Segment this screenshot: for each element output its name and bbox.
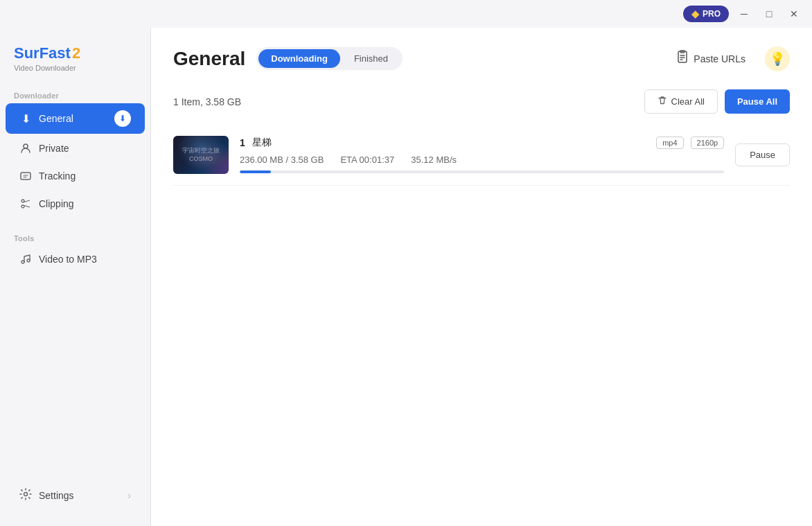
download-item: 宇宙时空之旅COSMO 1 星梯 mp4 2160p 236.00 MB / 3… [173, 125, 790, 186]
trash-icon [657, 96, 667, 107]
pro-badge: ◆ PRO [683, 6, 729, 22]
settings-item[interactable]: Settings › [6, 481, 145, 509]
tab-finished[interactable]: Finished [342, 49, 400, 68]
minimize-icon: ─ [741, 8, 748, 19]
sidebar-item-label: Clipping [39, 198, 74, 209]
tab-downloading[interactable]: Downloading [258, 49, 340, 68]
svg-point-6 [21, 261, 24, 263]
svg-point-8 [24, 493, 28, 496]
progress-fill [240, 170, 271, 173]
logo: SurFast 2 [14, 44, 136, 62]
sidebar-item-tracking[interactable]: Tracking [6, 163, 145, 189]
sidebar-item-general[interactable]: ⬇ General ⬇ [6, 103, 145, 134]
sidebar-item-video-to-mp3[interactable]: Video to MP3 [6, 246, 145, 272]
format-badge: mp4 [656, 137, 683, 149]
clipping-icon [19, 198, 32, 210]
logo-version: 2 [72, 44, 80, 62]
download-title-row: 1 星梯 mp4 2160p [240, 137, 724, 149]
sidebar-item-label: General [39, 113, 73, 124]
titlebar: ◆ PRO ─ □ ✕ [0, 0, 812, 28]
sidebar-item-clipping[interactable]: Clipping [6, 191, 145, 217]
tabs: Downloading Finished [256, 47, 403, 70]
main-content: General Downloading Finished [151, 28, 812, 526]
eta: ETA 00:01:37 [340, 155, 394, 165]
logo-area: SurFast 2 Video Downloader [0, 39, 150, 86]
sidebar-item-label: Tracking [39, 170, 76, 182]
header-right: Paste URLs 💡 [664, 44, 790, 73]
sidebar: SurFast 2 Video Downloader Downloader ⬇ … [0, 28, 151, 526]
sidebar-item-label: Private [39, 143, 69, 154]
download-icon: ⬇ [19, 112, 32, 125]
chevron-right-icon: › [127, 490, 131, 501]
svg-point-3 [21, 205, 24, 208]
sidebar-item-private[interactable]: Private [6, 135, 145, 161]
download-arrow-icon: ⬇ [114, 110, 131, 127]
pause-all-button[interactable]: Pause All [725, 89, 790, 114]
header-left: General Downloading Finished [173, 47, 403, 70]
paste-urls-label: Paste URLs [694, 53, 745, 64]
maximize-icon: □ [766, 8, 772, 19]
action-buttons: Clear All Pause All [644, 89, 790, 114]
maximize-button[interactable]: □ [759, 4, 779, 24]
app-body: SurFast 2 Video Downloader Downloader ⬇ … [0, 28, 812, 526]
person-icon [19, 142, 32, 155]
progress-bar [240, 170, 724, 173]
close-icon: ✕ [790, 8, 798, 19]
paste-urls-button[interactable]: Paste URLs [664, 44, 757, 73]
logo-subtitle: Video Downloader [14, 64, 136, 72]
svg-rect-1 [21, 173, 30, 179]
download-speed: 35.12 MB/s [411, 155, 457, 165]
sidebar-bottom: Settings › [0, 475, 150, 515]
page-title: General [173, 48, 245, 70]
music-icon [19, 253, 32, 265]
info-bar: 1 Item, 3.58 GB Clear All Pause All [173, 89, 790, 114]
svg-line-5 [24, 206, 30, 208]
thumbnail-overlay [173, 136, 229, 174]
download-stats: 236.00 MB / 3.58 GB ETA 00:01:37 35.12 M… [240, 155, 724, 165]
svg-point-2 [21, 200, 24, 202]
downloader-section-label: Downloader [0, 86, 150, 103]
download-details: 1 星梯 mp4 2160p 236.00 MB / 3.58 GB ETA 0… [240, 137, 724, 173]
theme-toggle-button[interactable]: 💡 [765, 46, 790, 71]
svg-point-0 [24, 144, 28, 148]
paste-icon [676, 50, 689, 67]
svg-point-7 [27, 259, 30, 262]
file-size: 236.00 MB / 3.58 GB [240, 155, 324, 165]
sidebar-item-label: Video to MP3 [39, 254, 97, 265]
item-number: 1 [240, 137, 245, 148]
clear-all-button[interactable]: Clear All [644, 89, 718, 114]
minimize-button[interactable]: ─ [734, 4, 754, 24]
resolution-badge: 2160p [691, 137, 725, 149]
tools-section: Tools Video to MP3 [0, 229, 150, 273]
lightbulb-icon: 💡 [770, 51, 785, 67]
tools-section-label: Tools [0, 229, 150, 245]
settings-label: Settings [39, 490, 74, 501]
pause-button[interactable]: Pause [735, 143, 790, 166]
svg-line-4 [24, 200, 30, 202]
item-title: 星梯 [252, 137, 272, 149]
close-button[interactable]: ✕ [784, 4, 804, 24]
logo-name: SurFast [14, 44, 71, 62]
header-row: General Downloading Finished [173, 44, 790, 73]
tracking-icon [19, 170, 32, 182]
thumbnail: 宇宙时空之旅COSMO [173, 136, 229, 174]
settings-icon [19, 488, 32, 502]
item-count: 1 Item, 3.58 GB [173, 96, 241, 107]
diamond-icon: ◆ [691, 8, 699, 19]
